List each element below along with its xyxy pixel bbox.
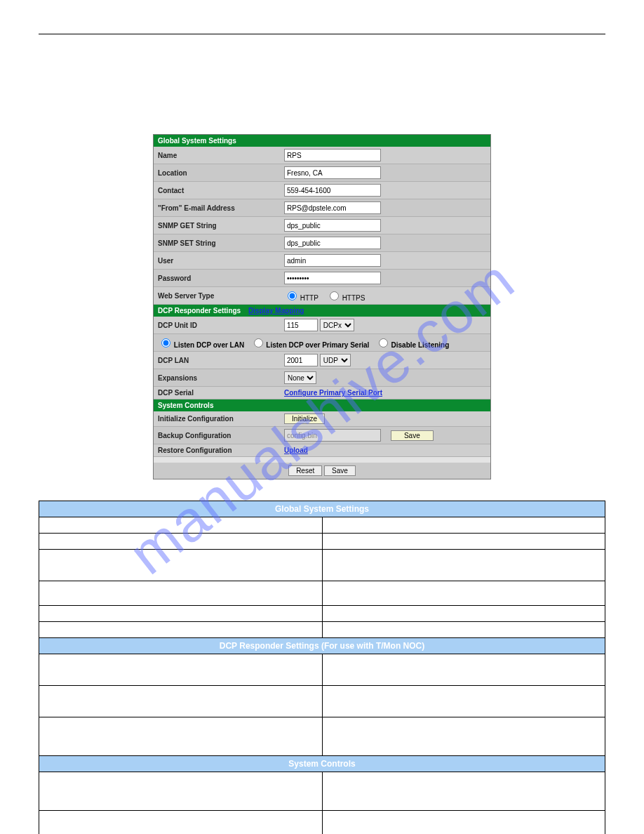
field-label: SNMP GET String — [158, 222, 284, 230]
listen-options: Listen DCP over LAN Listen DCP over Prim… — [158, 336, 486, 349]
disable-listen-radio[interactable] — [379, 338, 388, 348]
field-label: Web Server Type — [158, 292, 284, 300]
expansions-select[interactable]: None — [284, 371, 316, 384]
display-mapping-link[interactable]: Display Mapping — [248, 307, 304, 315]
page-header: 26 Remote Power Switch (AC) — [39, 39, 605, 47]
field-row-dcp-serial: DCP Serial Configure Primary Serial Port — [154, 387, 490, 399]
contact-input[interactable] — [284, 184, 381, 197]
field-row-init: Initialize Configuration Initialize — [154, 411, 490, 427]
dcp-section-header: DCP Responder Settings Display Mapping — [154, 305, 490, 317]
upload-link[interactable]: Upload — [284, 446, 308, 454]
field-label: Password — [158, 274, 284, 282]
field-row-snmp-set: SNMP SET String — [154, 234, 490, 252]
field-label: DCP Unit ID — [158, 322, 284, 329]
listen-serial-label: Listen DCP over Primary Serial — [266, 341, 369, 349]
reset-button[interactable]: Reset — [288, 465, 322, 476]
field-row-dcp-unit: DCP Unit ID DCPx — [154, 317, 490, 334]
name-input[interactable] — [284, 149, 381, 161]
field-row-dcp-lan: DCP LAN UDP — [154, 352, 490, 369]
field-label: Name — [158, 152, 284, 159]
from-email-input[interactable] — [284, 201, 381, 214]
sysctrl-section-header: System Controls — [154, 399, 490, 411]
table-row: "From" E-mail AddressA valid email addre… — [39, 581, 605, 606]
description-table: Global System Settings NameA name for th… — [39, 501, 605, 834]
http-radio[interactable] — [288, 291, 297, 300]
listen-serial-radio[interactable] — [254, 338, 263, 348]
field-label: "From" E-mail Address — [158, 204, 284, 212]
table-row: DCP over LAN port / protocolEnter the DC… — [39, 686, 605, 717]
snmp-set-input[interactable] — [284, 237, 381, 249]
field-label: Restore Configuration — [158, 446, 284, 454]
snmp-get-input[interactable] — [284, 219, 381, 232]
field-row-dcp-listen: Listen DCP over LAN Listen DCP over Prim… — [154, 334, 490, 352]
backup-save-button[interactable]: Save — [391, 430, 434, 441]
table-row: UserUsed to change the username for logg… — [39, 606, 605, 622]
document-page: 26 Remote Power Switch (AC) 12.2 System … — [0, 0, 644, 834]
field-label: SNMP SET String — [158, 239, 284, 247]
table-row: DCP Unit ID / ProtocolUser-definable ID … — [39, 654, 605, 686]
initialize-button[interactable]: Initialize — [284, 413, 325, 424]
location-input[interactable] — [284, 166, 381, 179]
page-number: 26 — [39, 39, 47, 47]
desc-global-header: Global System Settings — [39, 501, 605, 517]
spacer — [154, 457, 490, 463]
field-row-web-type: Web Server Type HTTP HTTPS — [154, 287, 490, 305]
field-row-restore: Restore Configuration Upload — [154, 444, 490, 457]
figure-caption: Fig. 12.2 - The Edit > System menu — [39, 484, 605, 492]
dcp-lan-proto-select[interactable]: UDP — [320, 354, 351, 366]
listen-lan-radio[interactable] — [161, 338, 170, 348]
table-row: ContactContact telephone number for the … — [39, 550, 605, 581]
dcp-unit-input[interactable] — [284, 319, 318, 331]
table-row: Initialize ConfigurationUsed to restore … — [39, 772, 605, 811]
https-label: HTTPS — [342, 294, 365, 302]
http-label: HTTP — [300, 294, 318, 302]
intro-paragraph: From the Edit > System menu, you will co… — [39, 88, 605, 98]
field-label: User — [158, 257, 284, 265]
field-label: Expansions — [158, 374, 284, 382]
field-row-expansions: Expansions None — [154, 369, 490, 387]
field-label: Backup Configuration — [158, 432, 284, 439]
button-bar: Reset Save — [154, 463, 490, 479]
header-rule — [39, 34, 605, 34]
save-button[interactable]: Save — [324, 465, 356, 476]
disable-listen-label: Disable Listening — [391, 341, 450, 349]
table-row: PasswordUsed to change the password for … — [39, 622, 605, 638]
field-row-contact: Contact — [154, 182, 490, 199]
section-heading: 12.2 System — [39, 68, 605, 79]
configure-serial-link[interactable]: Configure Primary Serial Port — [284, 389, 382, 397]
dcp-protocol-select[interactable]: DCPx — [320, 319, 354, 331]
dcp-section-title: DCP Responder Settings — [158, 307, 241, 315]
global-section-header: Global System Settings — [154, 135, 490, 147]
field-row-snmp-get: SNMP GET String — [154, 217, 490, 234]
backup-file-input — [284, 429, 381, 442]
listen-lan-label: Listen DCP over LAN — [174, 341, 244, 349]
field-row-location: Location — [154, 164, 490, 182]
table-row: ExpansionsSelect the number of NetGuardi… — [39, 717, 605, 756]
field-row-user: User — [154, 252, 490, 270]
field-row-from-email: "From" E-mail Address — [154, 199, 490, 217]
product-title: Remote Power Switch (AC) — [507, 39, 605, 47]
field-row-name: Name — [154, 147, 490, 164]
field-row-password: Password — [154, 270, 490, 287]
config-screenshot: Global System Settings Name Location Con… — [153, 134, 491, 479]
field-label: Contact — [158, 187, 284, 194]
field-row-backup: Backup Configuration Save — [154, 427, 490, 444]
note-paragraph: Note: Fields in the Edit > System menu a… — [39, 106, 605, 126]
dcp-lan-input[interactable] — [284, 354, 318, 366]
field-label: Initialize Configuration — [158, 415, 284, 423]
field-label: DCP Serial — [158, 389, 284, 397]
field-label: DCP LAN — [158, 357, 284, 364]
password-input[interactable] — [284, 272, 381, 284]
table-row: Backup ConfigurationCreates a configurat… — [39, 811, 605, 835]
field-label: Location — [158, 169, 284, 177]
user-input[interactable] — [284, 254, 381, 267]
table-row: LocationThe location of this Remote Powe… — [39, 534, 605, 550]
desc-dcp-header: DCP Responder Settings (For use with T/M… — [39, 638, 605, 654]
https-radio[interactable] — [330, 291, 339, 300]
desc-sys-header: System Controls — [39, 756, 605, 772]
table-row: NameA name for this Remote Power Switch … — [39, 517, 605, 534]
